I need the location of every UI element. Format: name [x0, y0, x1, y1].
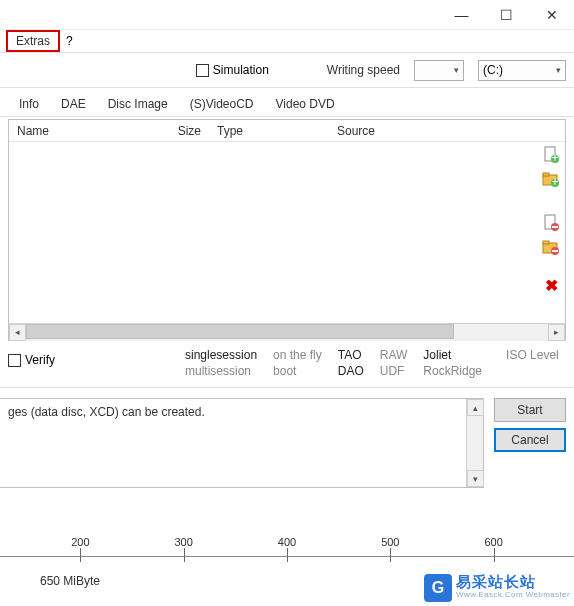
vertical-scrollbar[interactable]: ▴ ▾ — [466, 399, 483, 487]
checkbox-icon — [196, 64, 209, 77]
close-button[interactable]: ✕ — [529, 0, 574, 30]
maximize-button[interactable]: ☐ — [484, 0, 529, 30]
scroll-track[interactable] — [26, 324, 548, 341]
verify-checkbox[interactable]: Verify — [8, 347, 55, 367]
tab-dae[interactable]: DAE — [50, 92, 97, 116]
menu-extras[interactable]: Extras — [6, 30, 60, 52]
tab-disc-image[interactable]: Disc Image — [97, 92, 179, 116]
opt-singlesession: singlesession — [185, 347, 257, 363]
scroll-down-icon[interactable]: ▾ — [467, 470, 484, 487]
titlebar: — ☐ ✕ — [0, 0, 574, 30]
writing-speed-select[interactable]: ▾ — [414, 60, 464, 81]
column-size[interactable]: Size — [169, 124, 209, 138]
svg-text:+: + — [551, 151, 558, 164]
watermark-cn: 易采站长站 — [456, 575, 570, 588]
watermark: G 易采站长站 Www.Easck.Com Webmaster — [424, 574, 570, 602]
tick-500: 500 — [381, 536, 399, 548]
side-toolbar: + + ✖ — [542, 146, 560, 294]
tick-200: 200 — [71, 536, 89, 548]
opt-tao: TAO — [338, 347, 364, 363]
toolbar: Simulation Writing speed ▾ (C:) ▾ — [0, 52, 574, 88]
tick-300: 300 — [174, 536, 192, 548]
simulation-label: Simulation — [213, 63, 269, 77]
remove-folder-icon[interactable] — [542, 238, 560, 256]
watermark-en: Www.Easck.Com Webmaster — [456, 588, 570, 601]
scroll-thumb[interactable] — [26, 324, 454, 339]
minimize-button[interactable]: — — [439, 0, 484, 30]
tab-svideocd[interactable]: (S)VideoCD — [179, 92, 265, 116]
start-button[interactable]: Start — [494, 398, 566, 422]
tab-info[interactable]: Info — [8, 92, 50, 116]
menu-help[interactable]: ? — [60, 32, 79, 50]
svg-rect-11 — [543, 241, 549, 244]
tick-600: 600 — [484, 536, 502, 548]
file-list[interactable] — [9, 142, 565, 323]
opt-joliet: Joliet — [423, 347, 482, 363]
svg-text:+: + — [551, 175, 558, 188]
column-source[interactable]: Source — [329, 124, 565, 138]
log-line: ges (data disc, XCD) can be created. — [8, 405, 205, 419]
tick-400: 400 — [278, 536, 296, 548]
log-panel[interactable]: ges (data disc, XCD) can be created. ▴ ▾ — [0, 398, 484, 488]
cancel-button[interactable]: Cancel — [494, 428, 566, 452]
scroll-up-icon[interactable]: ▴ — [467, 399, 484, 416]
horizontal-scrollbar[interactable]: ◂ ▸ — [9, 323, 565, 340]
chevron-down-icon: ▾ — [556, 65, 561, 75]
options-row: Verify singlesession multisession on the… — [0, 341, 574, 383]
chevron-down-icon: ▾ — [454, 65, 459, 75]
column-name[interactable]: Name — [9, 124, 169, 138]
capacity-label: 650 MiByte — [40, 574, 100, 588]
remove-file-icon[interactable] — [542, 214, 560, 232]
add-folder-icon[interactable]: + — [542, 170, 560, 188]
svg-rect-13 — [552, 250, 558, 252]
simulation-checkbox[interactable]: Simulation — [196, 63, 269, 77]
verify-label: Verify — [25, 353, 55, 367]
watermark-logo-icon: G — [424, 574, 452, 602]
opt-multisession: multisession — [185, 363, 257, 379]
checkbox-icon — [8, 354, 21, 367]
opt-onthefly: on the fly — [273, 347, 322, 363]
opt-iso-level: ISO Level — [506, 347, 559, 363]
tab-video-dvd[interactable]: Video DVD — [265, 92, 346, 116]
scroll-left-icon[interactable]: ◂ — [9, 324, 26, 341]
svg-rect-9 — [552, 226, 558, 228]
tabstrip: Info DAE Disc Image (S)VideoCD Video DVD — [0, 88, 574, 116]
drive-select[interactable]: (C:) ▾ — [478, 60, 566, 81]
column-type[interactable]: Type — [209, 124, 329, 138]
opt-raw: RAW — [380, 347, 408, 363]
writing-speed-label: Writing speed — [327, 63, 400, 77]
lower-area: ges (data disc, XCD) can be created. ▴ ▾… — [0, 398, 574, 488]
scroll-right-icon[interactable]: ▸ — [548, 324, 565, 341]
opt-rockridge: RockRidge — [423, 363, 482, 379]
opt-boot: boot — [273, 363, 322, 379]
opt-udf: UDF — [380, 363, 408, 379]
delete-all-icon[interactable]: ✖ — [542, 276, 560, 294]
file-list-panel: Name Size Type Source ◂ ▸ — [8, 119, 566, 341]
capacity-ruler: 200 300 400 500 600 — [0, 542, 574, 566]
opt-dao: DAO — [338, 363, 364, 379]
add-file-icon[interactable]: + — [542, 146, 560, 164]
svg-rect-4 — [543, 173, 549, 176]
column-header-row: Name Size Type Source — [9, 120, 565, 142]
menubar: Extras ? — [0, 30, 574, 52]
